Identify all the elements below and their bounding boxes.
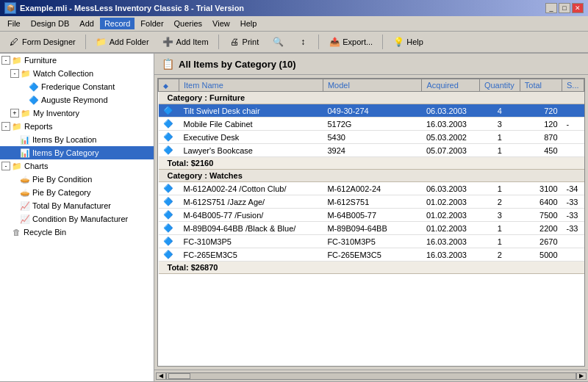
sidebar-item-items-by-location[interactable]: 📊 Items By Location <box>0 133 154 146</box>
scroll-left-button[interactable]: ◀ <box>156 372 166 380</box>
col-header-s[interactable]: S... <box>562 79 584 92</box>
row-icon: 🔷 <box>163 106 173 115</box>
sidebar-item-items-by-category[interactable]: 📊 Items By Category <box>0 146 154 159</box>
scroll-track[interactable] <box>166 372 576 380</box>
scroll-thumb[interactable] <box>168 373 190 379</box>
sidebar-label-items-by-location: Items By Location <box>32 135 96 144</box>
cell-total: 7500 <box>520 209 562 222</box>
cell-quantity: 1 <box>479 222 520 235</box>
toolbar-sep-1 <box>85 35 86 49</box>
col-header-icon: ◆ <box>159 79 179 92</box>
cell-total: 6400 <box>520 195 562 209</box>
cell-model: 3924 <box>323 144 422 157</box>
minimize-button[interactable]: _ <box>545 3 557 13</box>
menu-bar: File Design DB Add Record Folder Queries… <box>0 16 588 32</box>
toolbar: 🖊 Form Designer 📁 Add Folder ➕ Add Item … <box>0 32 588 54</box>
sidebar-item-reports[interactable]: - 📁 Reports <box>0 120 154 133</box>
cell-quantity: 1 <box>479 131 520 144</box>
content-title: All Items by Category (10) <box>179 59 296 70</box>
add-folder-button[interactable]: 📁 Add Folder <box>90 34 154 50</box>
sidebar-label-pie-by-condition: Pie By Condition <box>32 175 92 184</box>
search-button[interactable]: 🔍 <box>267 34 289 50</box>
table-row[interactable]: 🔷 M-89B094-64BB /Black & Blue/ M-89B094-… <box>159 222 584 235</box>
cell-name: Tilt Swivel Desk chair <box>179 104 323 118</box>
col-header-model[interactable]: Model <box>323 79 422 92</box>
col-header-name[interactable]: Item Name <box>179 79 323 92</box>
row-icon: 🔷 <box>163 184 173 192</box>
close-button[interactable]: ✕ <box>572 3 584 13</box>
sidebar-label-my-inventory: My Inventory <box>33 109 79 118</box>
sidebar-item-pie-by-condition[interactable]: 🥧 Pie By Condition <box>0 173 154 186</box>
expand-furniture[interactable]: - <box>1 56 10 65</box>
table-row[interactable]: 🔷 M-612A002-24 /Cotton Club/ M-612A002-2… <box>159 182 584 195</box>
table-row[interactable]: 🔷 FC-310M3P5 FC-310M3P5 16.03.2003 1 267… <box>159 235 584 248</box>
toolbar-sep-4 <box>382 35 383 49</box>
menu-view[interactable]: View <box>208 18 234 29</box>
menu-design-db[interactable]: Design DB <box>26 18 74 29</box>
table-row[interactable]: 🔷 Executive Desk 5430 05.03.2002 1 870 <box>159 131 584 144</box>
sidebar-item-charts[interactable]: - 📁 Charts <box>0 159 154 173</box>
cell-name: M-612A002-24 /Cotton Club/ <box>179 182 323 195</box>
table-row[interactable]: 🔷 Mobile File Cabinet 5172G 16.03.2003 3… <box>159 118 584 131</box>
menu-folder[interactable]: Folder <box>136 18 168 29</box>
table-row[interactable]: 🔷 Lawyer's Bookcase 3924 05.07.2003 1 45… <box>159 144 584 157</box>
expand-my-inventory[interactable]: + <box>10 109 19 118</box>
col-header-total[interactable]: Total <box>520 79 562 92</box>
expand-charts[interactable]: - <box>1 162 10 170</box>
export-button[interactable]: 📤 Export... <box>323 34 378 50</box>
form-designer-label: Form Designer <box>22 37 76 46</box>
scroll-right-button[interactable]: ▶ <box>576 372 587 380</box>
table-row[interactable]: 🔷 M-64B005-77 /Fusion/ M-64B005-77 01.02… <box>159 209 584 222</box>
app-icon: 📦 <box>4 2 16 14</box>
sort-button[interactable]: ↕ <box>292 34 314 50</box>
help-button[interactable]: 💡 Help <box>387 34 429 50</box>
sidebar-item-my-inventory[interactable]: + 📁 My Inventory <box>0 107 154 120</box>
row-icon: 🔷 <box>163 132 173 141</box>
add-item-button[interactable]: ➕ Add Item <box>157 34 214 50</box>
menu-add[interactable]: Add <box>75 18 98 29</box>
chart-icon-total-manufacturer: 📈 <box>19 200 31 212</box>
expand-watch-collection[interactable]: - <box>10 69 19 78</box>
cell-total: 720 <box>520 104 562 118</box>
cell-total: 2200 <box>520 222 562 235</box>
horizontal-scrollbar[interactable]: ◀ ▶ <box>154 370 588 381</box>
sidebar-item-total-by-manufacturer[interactable]: 📈 Total By Manufacturer <box>0 199 154 212</box>
menu-queries[interactable]: Queries <box>170 18 207 29</box>
folder-icon-charts: 📁 <box>11 160 23 172</box>
sidebar-label-condition-by-manufacturer: Condition By Manufacturer <box>32 215 128 223</box>
items-table-container[interactable]: ◆ Item Name Model Acquired Quantity <box>157 78 585 367</box>
cell-model: M-64B005-77 <box>323 209 422 222</box>
cell-acquired: 01.02.2003 <box>422 209 479 222</box>
maximize-button[interactable]: □ <box>559 3 570 13</box>
menu-record[interactable]: Record <box>100 18 135 29</box>
sidebar-item-watch-collection[interactable]: - 📁 Watch Collection <box>0 67 154 80</box>
menu-help[interactable]: Help <box>236 18 262 29</box>
table-row[interactable]: 🔷 FC-265EM3C5 FC-265EM3C5 16.03.2003 2 5… <box>159 248 584 262</box>
cell-acquired: 16.03.2003 <box>422 118 479 131</box>
menu-file[interactable]: File <box>3 18 25 29</box>
col-header-quantity[interactable]: Quantity <box>479 79 520 92</box>
sidebar-item-auguste[interactable]: 🔷 Auguste Reymond <box>0 93 154 107</box>
items-table: ◆ Item Name Model Acquired Quantity <box>158 79 584 274</box>
cell-acquired: 05.07.2003 <box>422 144 479 157</box>
table-row[interactable]: 🔷 M-612S751 /Jazz Age/ M-612S751 01.02.2… <box>159 195 584 209</box>
sidebar-item-recycle-bin[interactable]: 🗑 Recycle Bin <box>0 226 154 239</box>
col-header-acquired[interactable]: Acquired <box>422 79 479 92</box>
help-icon: 💡 <box>392 36 404 48</box>
cell-s <box>562 131 584 144</box>
table-row[interactable]: 🔷 Tilt Swivel Desk chair 049-30-274 06.0… <box>159 104 584 118</box>
sidebar-item-pie-by-category[interactable]: 🥧 Pie By Category <box>0 186 154 199</box>
add-item-icon: ➕ <box>162 36 174 48</box>
sidebar-item-furniture[interactable]: - 📁 Furniture <box>0 54 154 67</box>
sidebar-item-frederique[interactable]: 🔷 Frederique Constant <box>0 80 154 93</box>
category-row-1: Category : Watches <box>159 170 584 182</box>
form-designer-button[interactable]: 🖊 Form Designer <box>3 34 81 50</box>
expand-reports[interactable]: - <box>1 122 10 131</box>
toolbar-sep-3 <box>318 35 319 49</box>
content-header-icon: 📋 <box>162 58 174 70</box>
cell-acquired: 16.03.2003 <box>422 248 479 262</box>
add-folder-label: Add Folder <box>110 37 149 46</box>
sidebar-item-condition-by-manufacturer[interactable]: 📈 Condition By Manufacturer <box>0 212 154 226</box>
print-button[interactable]: 🖨 Print <box>223 34 265 50</box>
cell-name: FC-265EM3C5 <box>179 248 323 262</box>
